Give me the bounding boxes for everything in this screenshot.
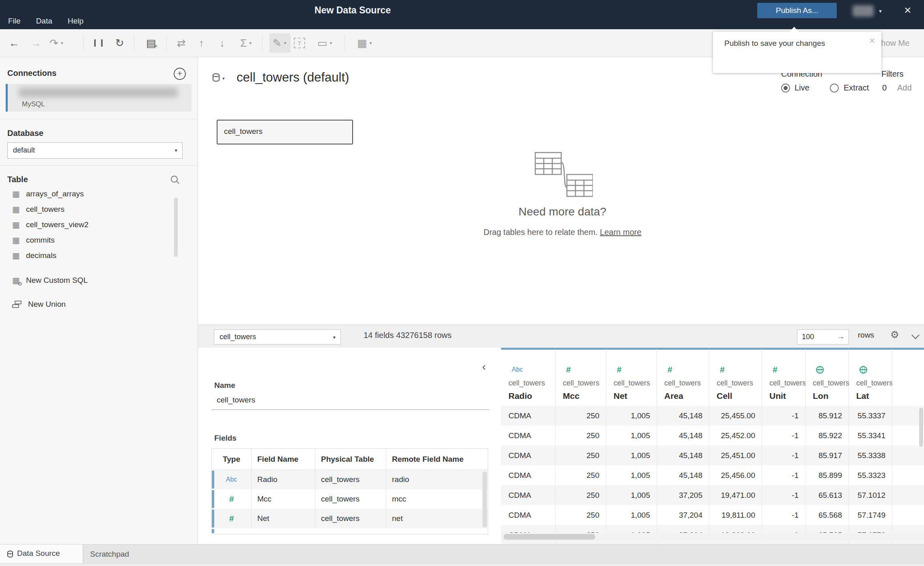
highlight-caret-icon[interactable]: ▾ [284, 40, 286, 46]
sidebar-item-commits[interactable]: ▦commits [0, 232, 198, 248]
grid-column-header-cell[interactable]: #cell_towersCell [709, 348, 762, 406]
show-cards-icon[interactable]: ▦▾ [357, 29, 372, 57]
divider [0, 119, 198, 119]
extract-radio-label[interactable]: Extract [844, 83, 869, 93]
grid-column-header-unit[interactable]: #cell_towersUnit [762, 348, 806, 406]
datasource-title[interactable]: cell_towers (default) [237, 70, 349, 85]
new-custom-sql-label: New Custom SQL [26, 276, 88, 285]
fields-column-header[interactable]: Physical Table [315, 449, 386, 470]
grid-column-header-net[interactable]: #cell_towersNet [606, 348, 657, 406]
totals-caret-icon[interactable]: ▾ [249, 40, 252, 46]
swap-axes-icon[interactable]: ⇄ [177, 29, 186, 57]
chevron-down-icon[interactable] [911, 331, 920, 339]
remote-field-cell: mcc [386, 489, 488, 509]
menu-help[interactable]: Help [68, 17, 84, 26]
grid-cell: 57.1012 [849, 485, 892, 505]
collapse-panel-icon[interactable]: ‹ [482, 364, 486, 370]
sidebar-item-decimals[interactable]: ▦decimals [0, 248, 198, 263]
menu-file[interactable]: File [8, 17, 21, 26]
live-radio-label[interactable]: Live [795, 83, 810, 93]
fit-caret-icon[interactable]: ▾ [330, 40, 332, 46]
extract-radio[interactable] [830, 84, 839, 93]
sidebar-scrollbar[interactable] [174, 198, 178, 257]
connection-item[interactable]: MySQL [6, 84, 192, 112]
show-cards-caret-icon[interactable]: ▾ [370, 40, 372, 46]
pause-updates-icon[interactable] [94, 29, 103, 57]
new-custom-sql[interactable]: ▦⚙ New Custom SQL [12, 275, 88, 285]
grid-cell: 85.922 [806, 426, 849, 445]
fields-column-header[interactable]: Remote Field Name [386, 449, 488, 470]
sidebar-item-cell_towers_view2[interactable]: ▦cell_towers_view2 [0, 217, 198, 232]
fit-icon[interactable]: ▭▾ [317, 29, 332, 57]
number-type-icon: # [229, 494, 234, 504]
table-grid-icon: ▦ [12, 235, 20, 245]
apply-row-count-icon[interactable]: → [837, 332, 844, 341]
redo-icon[interactable]: → [31, 29, 41, 57]
sort-descending-icon[interactable]: ↓ [220, 29, 225, 57]
highlight-pen-icon[interactable]: ✎▾ [273, 29, 286, 57]
filters-add-link[interactable]: Add [897, 83, 912, 93]
fields-column-header[interactable]: Type [212, 449, 252, 470]
learn-more-link[interactable]: Learn more [600, 228, 641, 237]
grid-horizontal-scrollbar[interactable] [501, 533, 924, 541]
grid-row: CDMA2501,00545,14825,452.00-185.92255.33… [501, 426, 924, 445]
fields-table-scrollbar[interactable] [482, 471, 487, 527]
grid-vertical-scrollbar[interactable] [919, 408, 923, 447]
globe-glyph [816, 366, 824, 374]
grid-column-header-radio[interactable]: Abccell_towersRadio [501, 348, 556, 406]
number-type-icon: # [668, 365, 672, 374]
grid-cell: 55.3323 [849, 465, 892, 485]
scrollbar-thumb[interactable] [504, 534, 595, 540]
replay-icon[interactable]: ↷▾ [50, 29, 63, 57]
undo-icon[interactable]: ← [9, 29, 19, 57]
tab-scratchpad[interactable]: Scratchpad [83, 544, 129, 564]
live-radio[interactable] [781, 84, 790, 93]
menu-data[interactable]: Data [36, 17, 52, 26]
tooltip-close-icon[interactable]: × [869, 35, 875, 46]
grid-column-table-label: cell_towers [717, 379, 753, 387]
tab-data-source[interactable]: Data Source [0, 544, 83, 564]
clear-sheet-icon[interactable]: ▤× [146, 29, 159, 57]
database-caret-icon[interactable]: ▾ [222, 76, 225, 81]
table-scope-select[interactable]: cell_towers ▾ [214, 329, 341, 344]
fields-column-header[interactable]: Field Name [252, 449, 315, 470]
new-union[interactable]: New Union [12, 300, 66, 309]
table-row[interactable]: #Netcell_towersnet [212, 509, 488, 528]
avatar-caret-icon[interactable]: ▾ [879, 8, 882, 14]
user-avatar[interactable] [853, 5, 874, 17]
totals-icon[interactable]: Σ▾ [240, 29, 252, 57]
name-input[interactable]: cell_towers [217, 396, 255, 405]
sidebar-item-cell_towers[interactable]: ▦cell_towers [0, 202, 198, 217]
replay-caret-icon[interactable]: ▾ [61, 40, 63, 46]
grid-column-header-mcc[interactable]: #cell_towersMcc [556, 348, 606, 406]
refresh-icon[interactable]: ↻ [115, 29, 124, 57]
grid-column-header-lon[interactable]: cell_towersLon [806, 348, 849, 406]
row-count-input[interactable]: 100 → [797, 329, 849, 344]
connection-type-label: MySQL [22, 100, 45, 108]
grid-column-header-lat[interactable]: cell_towersLat [849, 348, 892, 406]
globe-type-icon [859, 365, 867, 374]
chevron-down-icon: ▾ [333, 334, 336, 340]
grid-cell: 250 [556, 465, 606, 485]
filters-section-label: Filters [881, 69, 903, 79]
add-connection-icon[interactable]: + [174, 68, 186, 80]
table-row[interactable]: AbcRadiocell_towersradio [212, 470, 488, 489]
grid-column-table-label: cell_towers [769, 379, 806, 387]
sort-ascending-icon[interactable]: ↑ [199, 29, 204, 57]
gear-icon[interactable]: ⚙ [890, 329, 899, 340]
grid-cell-filler [892, 485, 924, 505]
table-row[interactable]: #Mcccell_towersmcc [212, 489, 488, 509]
window-close-icon[interactable]: × [904, 3, 911, 17]
cell-towers-node[interactable]: cell_towers [217, 120, 353, 144]
publish-as-button[interactable]: Publish As... [757, 3, 837, 18]
database-select[interactable]: default ▾ [7, 142, 183, 159]
search-icon[interactable] [171, 176, 178, 183]
physical-table-cell: cell_towers [315, 470, 386, 489]
database-icon[interactable] [213, 73, 220, 82]
title-bar: File Data Help New Data Source Publish A… [0, 0, 924, 29]
grid-column-header-area[interactable]: #cell_towersArea [657, 348, 709, 406]
sidebar-item-arrays_of_arrays[interactable]: ▦arrays_of_arrays [0, 186, 198, 202]
need-more-data-heading: Need more data? [519, 205, 606, 218]
text-label-icon[interactable]: T [294, 29, 305, 57]
grid-column-table-label: cell_towers [614, 379, 650, 387]
